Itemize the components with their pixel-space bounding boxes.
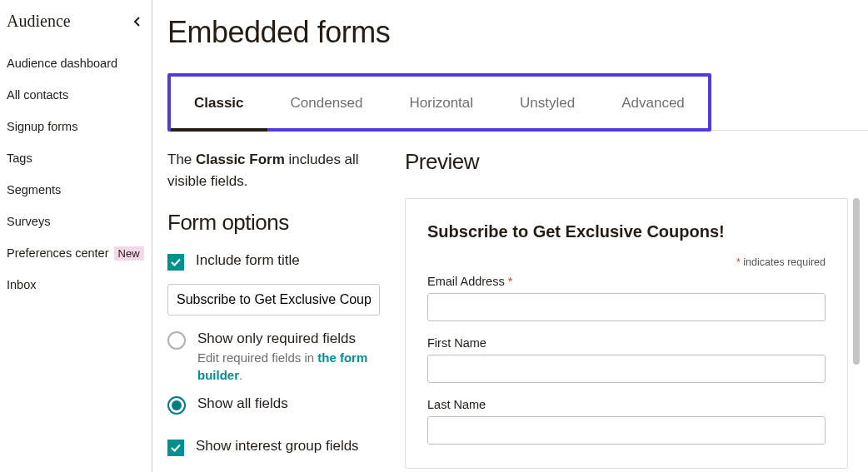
sidebar-title: Audience [7,12,71,31]
tab-label: Classic [194,95,244,111]
checkbox-checked-icon[interactable] [167,440,184,456]
option-label: Show interest group fields [196,438,359,455]
sidebar-item-label: Signup forms [7,120,77,133]
option-hint: Edit required fields in the form builder… [197,349,380,384]
option-label: Show all fields [197,395,288,412]
sidebar-item-inbox[interactable]: Inbox [7,269,152,301]
preview-box: Subscribe to Get Exclusive Coupons! * in… [405,198,848,469]
preview-form-title: Subscribe to Get Exclusive Coupons! [427,222,826,241]
option-show-interest-groups[interactable]: Show interest group fields [167,438,380,456]
chevron-left-icon[interactable] [133,16,142,27]
tabs-highlight-box: Classic Condensed Horizontal Unstyled Ad… [167,73,711,132]
sidebar-item-tags[interactable]: Tags [7,142,152,174]
tab-horizontal[interactable]: Horizontal [387,77,497,128]
sidebar-item-label: Preferences center [7,246,109,260]
required-indicator-note: * indicates required [427,256,826,268]
option-show-all-fields[interactable]: Show all fields [167,395,380,415]
form-options-column: The Classic Form includes all visible fi… [167,149,380,469]
sidebar-item-label: Audience dashboard [7,57,117,70]
radio-checked-icon[interactable] [167,396,186,415]
option-label: Include form title [196,252,300,269]
tab-label: Advanced [621,95,685,111]
radio-unchecked-icon[interactable] [167,331,186,350]
first-name-field[interactable] [427,355,826,383]
tab-label: Condensed [291,95,363,111]
page-title: Embedded forms [167,15,868,50]
tab-label: Horizontal [410,95,474,111]
form-description: The Classic Form includes all visible fi… [167,149,380,191]
tab-condensed[interactable]: Condensed [267,77,387,128]
form-title-input[interactable] [167,284,380,315]
sidebar-item-label: Segments [7,183,61,196]
sidebar-item-label: Surveys [7,215,50,228]
option-include-form-title[interactable]: Include form title [167,252,380,271]
sidebar-header: Audience [7,8,152,47]
preview-scrollbar[interactable] [853,198,860,469]
sidebar-item-preferences-center[interactable]: Preferences center New [7,237,152,269]
option-label: Show only required fields [197,330,380,347]
sidebar-item-surveys[interactable]: Surveys [7,206,152,237]
scrollbar-thumb[interactable] [853,198,860,365]
checkbox-checked-icon[interactable] [167,254,184,271]
field-label-email: Email Address * [427,275,826,288]
email-field[interactable] [427,293,826,321]
tab-advanced[interactable]: Advanced [598,77,708,128]
sidebar-item-signup-forms[interactable]: Signup forms [7,111,152,142]
sidebar-item-label: Tags [7,152,32,165]
sidebar-item-label: All contacts [7,88,68,102]
sidebar-item-segments[interactable]: Segments [7,174,152,206]
last-name-field[interactable] [427,416,826,445]
sidebar-item-audience-dashboard[interactable]: Audience dashboard [7,47,152,79]
sidebar-item-all-contacts[interactable]: All contacts [7,79,152,111]
preview-column: Preview Subscribe to Get Exclusive Coupo… [405,149,868,469]
option-show-only-required[interactable]: Show only required fields Edit required … [167,330,380,384]
field-label-first-name: First Name [427,336,826,350]
main-content: Embedded forms Classic Condensed Horizon… [152,0,868,472]
field-label-last-name: Last Name [427,398,826,411]
new-badge: New [114,246,144,261]
tab-label: Unstyled [520,95,575,111]
sidebar-item-label: Inbox [7,278,36,291]
sidebar: Audience Audience dashboard All contacts… [0,0,152,472]
tab-classic[interactable]: Classic [171,77,267,128]
preview-heading: Preview [405,149,860,175]
form-options-heading: Form options [167,210,380,236]
tab-unstyled[interactable]: Unstyled [496,77,598,128]
